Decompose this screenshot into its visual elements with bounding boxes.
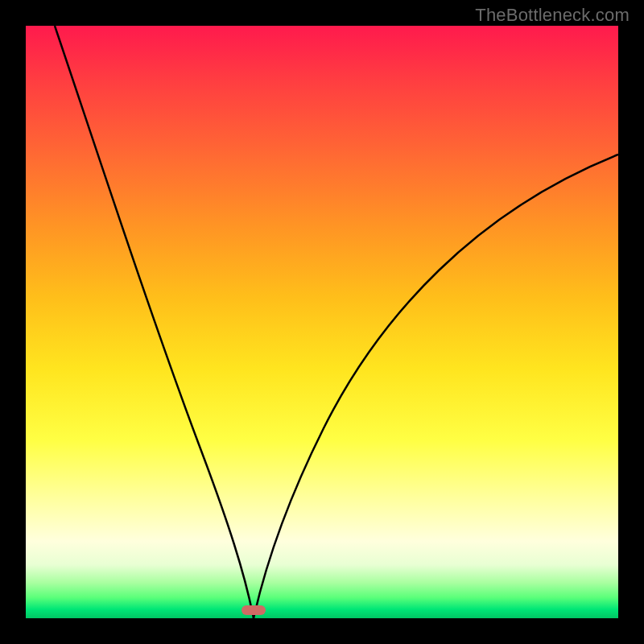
optimum-marker — [242, 605, 266, 615]
chart-frame: TheBottleneck.com — [0, 0, 644, 644]
bottleneck-curve — [26, 26, 618, 618]
watermark: TheBottleneck.com — [475, 5, 630, 26]
curve-right — [254, 155, 618, 618]
curve-left — [55, 26, 254, 618]
